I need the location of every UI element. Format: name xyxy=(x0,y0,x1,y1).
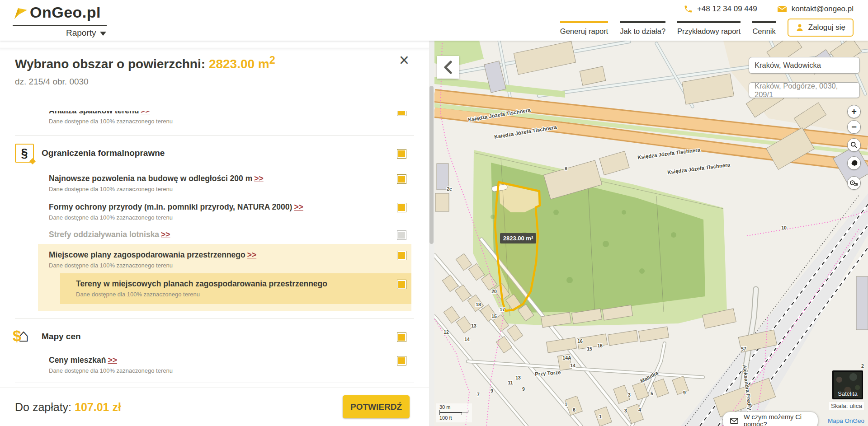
amount-due-value: 107.01 zł xyxy=(75,401,121,413)
phone-icon xyxy=(684,5,693,14)
scale-status: Skala: ulica xyxy=(829,402,864,410)
more-link[interactable]: >> xyxy=(141,111,150,115)
list-item-flat-prices[interactable]: Ceny mieszkań>> Dane dostępne dla 100% z… xyxy=(0,355,429,375)
checkbox-slope-analysis[interactable] xyxy=(397,111,406,116)
checkbox-mpzp[interactable] xyxy=(397,251,406,260)
checkbox-legal-section[interactable] xyxy=(397,149,406,159)
svg-text:1: 1 xyxy=(565,402,567,407)
svg-text:4: 4 xyxy=(638,407,641,412)
search-input-address[interactable]: Kraków, Wadowicka xyxy=(749,57,860,74)
list-item-slope-analysis[interactable]: Analiza spadków terenu>> Dane dostępne d… xyxy=(0,111,429,125)
svg-text:7: 7 xyxy=(477,392,480,397)
ongeo-logo-icon xyxy=(14,5,28,20)
list-item-mpzp[interactable]: Miejscowe plany zagospodarowania przestr… xyxy=(38,250,411,269)
svg-text:12: 12 xyxy=(443,329,449,335)
report-options-list: Analiza spadków terenu>> Dane dostępne d… xyxy=(0,111,429,388)
svg-text:13: 13 xyxy=(471,323,476,328)
svg-text:14A: 14A xyxy=(562,355,571,360)
svg-text:5: 5 xyxy=(651,391,653,396)
section-price-maps: ⌂ $ Mapy cen xyxy=(0,326,429,346)
svg-text:9: 9 xyxy=(522,386,525,392)
poland-extent-button[interactable] xyxy=(847,156,861,170)
paragraph-icon: § xyxy=(15,144,34,163)
more-link[interactable]: >> xyxy=(294,202,303,211)
checkbox-price-maps-section[interactable] xyxy=(397,332,406,342)
svg-text:15: 15 xyxy=(491,314,497,319)
login-button[interactable]: Zaloguj się xyxy=(788,19,854,37)
svg-text:16: 16 xyxy=(577,338,583,344)
main-nav: Generuj raport Jak to działa? Przykładow… xyxy=(560,21,854,37)
svg-text:3: 3 xyxy=(624,408,627,413)
divider xyxy=(15,383,414,383)
chat-widget[interactable]: W czym możemy Ci pomóc? xyxy=(722,412,818,426)
more-link[interactable]: >> xyxy=(247,250,256,259)
panel-scrollbar-thumb[interactable] xyxy=(429,86,434,244)
svg-text:15: 15 xyxy=(587,346,592,351)
checkbox-nature-protection[interactable] xyxy=(397,203,406,212)
search-icon xyxy=(850,141,858,149)
svg-text:3: 3 xyxy=(628,392,631,398)
svg-text:2c: 2c xyxy=(447,186,452,192)
highlighted-mpzp-block: Miejscowe plany zagospodarowania przestr… xyxy=(38,244,411,311)
satellite-layer-toggle[interactable]: Satelita xyxy=(832,370,863,399)
checkbox-mpzp-areas[interactable] xyxy=(397,280,406,289)
section-legal-restrictions: § Ograniczenia formalnoprawne xyxy=(0,143,429,163)
brand-title: OnGeo.pl xyxy=(30,4,101,21)
measure-tool-button[interactable] xyxy=(847,176,861,190)
svg-text:20: 20 xyxy=(491,289,497,294)
search-map-button[interactable] xyxy=(847,138,861,152)
list-item-mpzp-areas[interactable]: Tereny w miejscowych planach zagospodaro… xyxy=(60,279,411,298)
confirm-button[interactable]: POTWIERDŹ xyxy=(343,395,410,418)
chevron-down-icon xyxy=(100,32,106,36)
user-icon xyxy=(796,23,804,32)
svg-text:8: 8 xyxy=(565,166,567,171)
divider xyxy=(15,135,414,136)
close-icon[interactable]: × xyxy=(399,53,409,67)
svg-text:17: 17 xyxy=(500,307,505,312)
logo-underline xyxy=(13,25,107,26)
nav-przykladowy-raport[interactable]: Przykładowy raport xyxy=(677,21,741,36)
zoom-in-button[interactable]: + xyxy=(847,105,861,118)
svg-text:57: 57 xyxy=(741,346,746,351)
panel-scrollbar[interactable] xyxy=(429,41,434,426)
collapse-panel-button[interactable] xyxy=(437,56,459,79)
map-attribution-link[interactable]: Mapa OnGeo xyxy=(828,417,864,424)
nav-jak-to-dziala[interactable]: Jak to działa? xyxy=(620,21,665,36)
nav-cennik[interactable]: Cennik xyxy=(752,21,775,36)
raporty-menu[interactable]: Raporty xyxy=(66,28,106,38)
zoom-out-button[interactable]: − xyxy=(847,120,861,134)
raporty-menu-label: Raporty xyxy=(66,28,96,37)
panel-footer: Do zapłaty: 107.01 zł POTWIERDŹ xyxy=(0,388,429,426)
selected-area-value: 2823.00 m2 xyxy=(209,57,275,71)
envelope-icon xyxy=(777,5,787,13)
list-item-building-permits[interactable]: Najnowsze pozwolenia na budowę w odległo… xyxy=(0,173,429,193)
list-item-nature-protection[interactable]: Formy ochrony przyrody (m.in. pomniki pr… xyxy=(0,202,429,221)
phone-number[interactable]: +48 12 34 09 449 xyxy=(697,5,757,14)
checkbox-flat-prices[interactable] xyxy=(397,356,406,365)
list-item-airport-zones[interactable]: Strefy oddziaływania lotniska>> xyxy=(0,229,429,239)
parcel-id-subtitle: dz. 215/4 obr. 0030 xyxy=(15,77,89,87)
divider xyxy=(15,318,414,319)
email-address[interactable]: kontakt@ongeo.pl xyxy=(792,5,854,14)
nav-generuj-raport[interactable]: Generuj raport xyxy=(560,21,608,36)
chevron-left-icon xyxy=(442,61,454,74)
svg-text:13: 13 xyxy=(515,375,521,380)
svg-text:1: 1 xyxy=(599,414,602,419)
panel-title: Wybrano obszar o powierzchni: 2823.00 m2 xyxy=(15,54,275,71)
svg-text:14: 14 xyxy=(570,363,576,368)
checkbox-building-permits[interactable] xyxy=(397,174,406,184)
svg-text:11: 11 xyxy=(508,380,513,385)
more-link[interactable]: >> xyxy=(161,230,170,239)
checkbox-airport-zones[interactable] xyxy=(397,230,406,240)
header-contacts: +48 12 34 09 449 kontakt@ongeo.pl xyxy=(684,5,854,14)
svg-text:14: 14 xyxy=(464,337,470,342)
nested-mpzp-areas-block: Tereny w miejscowych planach zagospodaro… xyxy=(60,273,411,304)
more-link[interactable]: >> xyxy=(254,174,263,183)
map-canvas[interactable]: Księdza Józefa TischneraKsiędza Józefa T… xyxy=(434,41,868,426)
more-link[interactable]: >> xyxy=(108,356,117,365)
search-input-parcel[interactable]: Kraków, Podgórze, 0030, 209/1 xyxy=(749,82,860,98)
svg-text:18: 18 xyxy=(476,302,481,307)
svg-text:9: 9 xyxy=(683,390,686,395)
panel-top-divider xyxy=(0,48,429,48)
map-scale-bar: 30 m 100 ft xyxy=(436,403,472,422)
